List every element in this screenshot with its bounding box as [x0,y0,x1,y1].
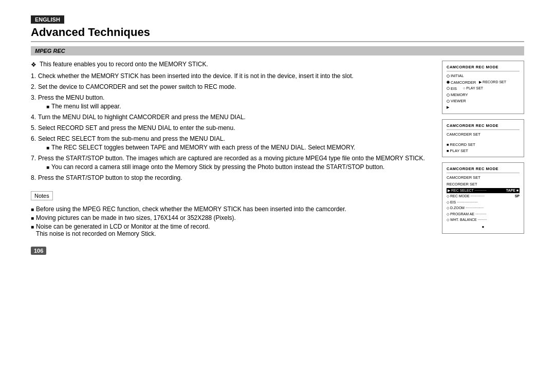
intro-text: This feature enables you to record onto … [40,61,208,68]
note-1: ■ Before using the MPEG REC function, ch… [31,206,432,213]
screen1-row-memory: MEMORY [447,92,520,98]
screen-2: CAMCORDER REC MODE CAMCORDER SET ■ RECOR… [442,119,524,157]
screen3-hdr1: CAMCORDER SET [447,175,520,180]
screen3-row-rec-select: ▶ REC SELECT ············ TAPE ■ [447,188,520,194]
bullet-icon: ■ [46,145,49,151]
step-7-sub: ■ You can record a camera still image on… [46,163,425,171]
step-6-sub: ■ The REC SELECT toggles between TAPE an… [46,144,355,151]
screen3-row-rec-mode: ◇ REC MODE ·············· SP [447,194,520,199]
step-1: 1. Check whether the MEMORY STICK has be… [31,72,432,80]
note-3: ■ Noise can be generated in LCD or Monit… [31,223,432,237]
steps-list: 1. Check whether the MEMORY STICK has be… [31,72,432,181]
radio-icon-filled [447,81,450,84]
content-area: ❖ This feature enables you to record ont… [31,61,524,255]
screen1-row-viewer: VIEWER [447,98,520,104]
right-column: CAMCORDER REC MODE INITIAL CAMCORDER ▶ R… [442,61,524,255]
note-2: ■ Moving pictures can be made in two siz… [31,214,432,221]
bullet-icon: ■ [31,207,34,212]
step-2: 2. Set the device to CAMCORDER and set t… [31,83,432,90]
radio-icon [447,94,450,97]
screen3-row-dzoom: ◇ D.ZOOM ·················· [447,206,520,211]
page-title: Advanced Techniques [31,26,524,42]
step-4: 4. Turn the MENU DIAL to highlight CAMCO… [31,114,432,121]
bullet-icon: ■ [46,104,49,109]
screen3-row-program-ae: ◇ PROGRAM AE ··········· [447,212,520,217]
diamond-icon: ❖ [31,61,36,68]
screen-3: CAMCORDER REC MODE CAMCORDER SET RECORDE… [442,162,524,234]
step-3-sub: ■ The menu list will appear. [46,103,121,110]
step-8: 8. Press the START/STOP button to stop t… [31,174,432,181]
screen1-row-eis: EIS ○ PLAY SET [447,86,520,91]
radio-icon [447,87,450,90]
page-number-badge: 106 [31,242,432,255]
bullet-icon: ■ [46,164,49,170]
screen2-title: CAMCORDER REC MODE [447,123,520,130]
screen1-row-blank: ▶ [447,105,520,110]
screen-1: CAMCORDER REC MODE INITIAL CAMCORDER ▶ R… [442,61,524,114]
screen3-row-wht-balance: ◇ WHT. BALANCE ········· [447,217,520,223]
screen2-play-set: ■ PLAY SET [447,148,520,154]
bullet-icon: ■ [31,215,34,221]
screen2-record-set: ■ RECORD SET [447,142,520,147]
screen2-camcorder-set: CAMCORDER SET [447,132,520,137]
screen3-hdr2: RECORDER SET [447,181,520,187]
bullet-icon: ■ [31,224,34,230]
english-badge: ENGLISH [31,15,524,26]
intro-item: ❖ This feature enables you to record ont… [31,61,432,68]
screen1-title: CAMCORDER REC MODE [447,64,520,71]
screen3-row-eis: ◇ EIS ····················· [447,200,520,206]
step-6: 6. Select REC SELECT from the sub-menu a… [31,135,432,151]
step-5: 5. Select RECORD SET and press the MENU … [31,124,432,132]
screen1-row-camcorder: CAMCORDER ▶ RECORD SET [447,80,520,85]
screen1-row-initial: INITIAL [447,73,520,79]
left-column: ❖ This feature enables you to record ont… [31,61,432,255]
notes-section: ■ Before using the MPEG REC function, ch… [31,206,432,237]
section-header: MPEG REC [31,46,524,55]
screen3-title: CAMCORDER REC MODE [447,166,520,173]
notes-label: Notes [31,191,53,200]
radio-icon [447,74,450,78]
screen3-dot: ● [447,224,520,230]
step-7: 7. Press the START/STOP button. The imag… [31,155,432,171]
step-3: 3. Press the MENU button. ■ The menu lis… [31,94,432,110]
radio-icon [447,100,450,103]
screen2-blank [447,139,520,141]
